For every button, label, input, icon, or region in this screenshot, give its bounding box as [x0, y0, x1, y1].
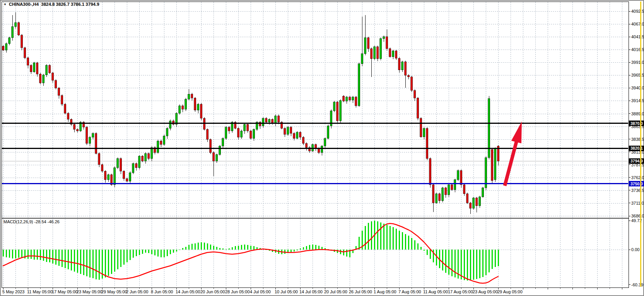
candle-up: [312, 144, 314, 151]
time-axis-label: 17 Aug 05:00: [448, 289, 473, 294]
time-axis-label: 20 Jun 05:00: [200, 289, 225, 294]
time-axis-label: 29 May 05:00: [101, 289, 127, 294]
chart-canvas[interactable]: 4092.54067.04041.54016.53991.03965.53940…: [1, 1, 644, 296]
macd-histogram-bar: [74, 250, 75, 272]
macd-histogram-bar: [195, 243, 196, 250]
candle-up: [129, 173, 131, 181]
candle-down: [272, 119, 273, 123]
macd-histogram-bar: [40, 250, 41, 260]
candle-up: [383, 37, 385, 39]
macd-histogram-bar: [454, 250, 456, 277]
macd-histogram-bar: [37, 250, 38, 260]
time-axis-label: 17 May 05:00: [52, 289, 78, 294]
candle-down: [265, 118, 267, 122]
candle-up: [225, 127, 227, 139]
time-axis[interactable]: 5 May 202311 May 05:0017 May 05:0023 May…: [2, 287, 622, 294]
annotation-arrow: [505, 121, 522, 186]
price-axis-label: 3991.0: [631, 60, 644, 65]
macd-histogram-bar: [111, 250, 112, 274]
candle-up: [436, 194, 437, 203]
macd-histogram-bar: [244, 245, 245, 250]
symbol-dropdown-icon[interactable]: ▼: [3, 3, 7, 6]
macd-histogram-bar: [386, 225, 388, 250]
candle-down: [476, 198, 478, 206]
price-axis-label: 4092.5: [631, 9, 644, 14]
candle-down: [426, 128, 428, 159]
candle-down: [213, 152, 215, 161]
candle-down: [405, 62, 407, 75]
candle-down: [120, 159, 122, 171]
macd-histogram-bar: [485, 250, 487, 275]
macd-histogram-bar: [448, 250, 449, 275]
candle-down: [148, 154, 150, 159]
candle-up: [12, 27, 14, 38]
macd-histogram-bar: [303, 247, 304, 250]
candle-up: [361, 54, 363, 64]
macd-histogram-bar: [126, 250, 128, 262]
macd-histogram-bar: [89, 250, 91, 277]
candle-up: [275, 116, 277, 123]
macd-histogram-bar: [68, 250, 69, 269]
macd-histogram-bar: [86, 250, 87, 276]
time-axis-label: 5 May 2023: [2, 289, 24, 294]
time-axis-label: 2 Jun 05:00: [126, 289, 149, 294]
candle-up: [188, 94, 190, 99]
candle-down: [24, 48, 26, 58]
macd-histogram-bar: [43, 250, 44, 261]
candle-up: [5, 44, 7, 50]
candle-down: [61, 96, 63, 104]
macd-histogram-bar: [142, 250, 143, 254]
macd-histogram-bar: [157, 250, 159, 257]
macd-histogram-bar: [49, 250, 50, 262]
time-axis-label: 23 Aug 05:00: [473, 289, 498, 294]
candle-down: [420, 118, 422, 137]
candle-down: [377, 47, 379, 59]
time-axis-label: 1 Aug 05:00: [374, 289, 396, 294]
macd-histogram-bar: [167, 250, 168, 256]
macd-histogram-bar: [188, 245, 190, 250]
candle-up: [9, 38, 10, 44]
price-axis-label: 3965.5: [631, 73, 644, 77]
candle-up: [151, 147, 153, 159]
candle-down: [200, 104, 202, 118]
price-axis-label: 4041.5: [631, 34, 644, 39]
macd-histogram-bar: [411, 238, 412, 250]
candle-down: [101, 164, 103, 171]
macd-histogram-bar: [92, 250, 94, 278]
candle-up: [216, 154, 218, 161]
candle-down: [445, 188, 447, 195]
macd-histogram-bar: [470, 250, 471, 281]
macd-histogram-bar: [451, 250, 453, 276]
candle-down: [318, 149, 320, 152]
candle-down: [343, 96, 345, 101]
macd-histogram-bar: [161, 250, 162, 257]
candle-up: [33, 63, 35, 72]
macd-histogram-bar: [306, 246, 307, 250]
macd-histogram-bar: [318, 246, 319, 250]
macd-histogram-bar: [479, 250, 480, 278]
macd-histogram-bar: [396, 229, 397, 250]
macd-histogram-bar: [222, 248, 224, 250]
candle-up: [132, 164, 134, 173]
candle-up: [358, 64, 360, 106]
macd-histogram-bar: [133, 250, 134, 258]
macd-histogram-bar: [83, 250, 84, 275]
candle-down: [73, 124, 75, 129]
macd-histogram-bar: [170, 250, 171, 254]
price-axis-label: 3889.0: [631, 111, 644, 116]
candle-up: [442, 188, 444, 201]
macd-histogram-bar: [380, 222, 381, 250]
macd-histogram-bar: [46, 250, 47, 262]
price-axis-label: 3686.0: [631, 214, 644, 218]
macd-histogram-bar: [229, 248, 230, 250]
candle-down: [36, 63, 38, 74]
macd-histogram-bar: [108, 250, 109, 276]
candle-down: [49, 65, 51, 73]
price-axis-label: 3762.0: [631, 175, 644, 180]
time-axis-label: 29 Aug 05:00: [497, 289, 523, 294]
candle-up: [374, 47, 376, 59]
candle-up: [241, 131, 243, 137]
candle-up: [262, 118, 264, 126]
candle-up: [482, 188, 484, 197]
price-axis[interactable]: 4092.54067.04041.54016.53991.03965.53940…: [629, 9, 644, 287]
